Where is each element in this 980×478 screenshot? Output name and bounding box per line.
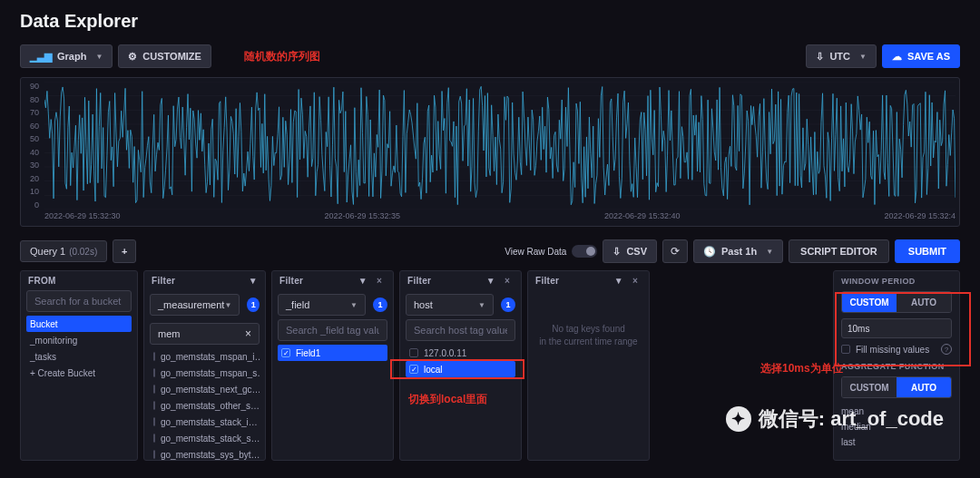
aggregate-item[interactable]: mean [841,404,952,419]
chevron-down-icon[interactable]: ▼ [614,276,623,286]
annotation-top: 随机数的序列图 [244,49,320,64]
fill-missing-row[interactable]: Fill missing values ? [841,344,952,355]
checkbox-icon[interactable] [841,345,850,354]
chart-area[interactable] [44,82,956,210]
x-tick: 2022-06-29 15:32:4 [884,211,956,224]
filter-panel-host: Filter ▼ × host ▼ 1 127.0.0.11✓local [399,270,522,461]
y-tick: 80 [24,95,39,104]
measurement-item[interactable]: go_memstats_stack_s… [150,430,260,446]
refresh-icon: ⟳ [671,245,680,258]
save-icon: ☁ [892,51,902,63]
customize-label: CUSTOMIZE [142,51,201,62]
measurement-item[interactable]: go_memstats_mspan_i… [150,348,260,365]
filter-header: Filter ▼ × [400,271,521,290]
filter-count-badge: 1 [247,298,260,312]
query-tab-label: Query 1 [30,246,65,257]
host-list: 127.0.0.11✓local [400,345,521,460]
x-tick: 2022-06-29 15:32:30 [44,211,121,224]
filter-panel-empty: Filter ▼ × No tag keys found in the curr… [527,270,650,461]
close-icon[interactable]: × [245,327,251,340]
info-icon[interactable]: ? [941,344,952,355]
gear-icon: ⚙ [128,51,137,63]
chevron-down-icon[interactable]: ▼ [358,276,368,286]
y-tick: 50 [24,134,39,143]
time-range-selector[interactable]: 🕓 Past 1h ▼ [693,239,783,263]
empty-tags-message: No tag keys found in the current time ra… [528,323,649,348]
filter-key-label: _measurement [158,299,224,310]
close-icon[interactable]: × [501,276,514,286]
top-toolbar: ▁▃▆ Graph ▼ ⚙ CUSTOMIZE 随机数的序列图 ⇩ UTC ▼ … [0,39,980,77]
view-raw-toggle[interactable] [572,245,597,258]
aggregate-item[interactable]: last [841,434,952,450]
y-tick: 90 [24,82,39,91]
bucket-item[interactable]: _monitoring [26,332,132,348]
close-icon[interactable]: × [629,276,642,286]
field-item[interactable]: ✓Field1 [278,345,387,361]
submit-button[interactable]: SUBMIT [895,239,960,263]
filter-panel-measurement: Filter ▼ _measurement ▼ 1 mem × go_memst… [143,270,266,461]
script-editor-button[interactable]: SCRIPT EDITOR [789,239,889,263]
add-query-button[interactable]: + [113,239,136,263]
bucket-item[interactable]: Bucket [26,316,132,332]
aggregate-list: meanmedianlast [841,404,952,450]
filter-value-input[interactable]: mem × [150,323,260,345]
measurement-item[interactable]: go_memstats_mspan_s… [150,365,260,381]
query-bar: Query 1 (0.02s) + View Raw Data ⇩ CSV ⟳ … [0,236,980,270]
aggregate-title: AGGREGATE FUNCTION [841,362,952,371]
measurement-item[interactable]: go_memstats_next_gc… [150,381,260,397]
measurement-item[interactable]: go_memstats_sys_byt… [150,446,260,460]
host-item[interactable]: 127.0.0.11 [406,345,515,361]
chart-panel: 90 80 70 60 50 40 30 20 10 0 2022-06-29 … [20,77,960,227]
agg-custom-button[interactable]: CUSTOM [842,377,897,397]
filter-panel-field: Filter ▼ × _field ▼ 1 ✓Field1 [271,270,394,461]
empty-line2: in the current time range [528,336,649,348]
window-period-mode: CUSTOM AUTO [841,291,952,313]
close-icon[interactable]: × [373,276,386,286]
window-auto-button[interactable]: AUTO [897,292,951,312]
chevron-down-icon[interactable]: ▼ [249,276,258,286]
save-as-button[interactable]: ☁ SAVE AS [882,44,960,68]
filter-header: Filter ▼ × [272,271,393,290]
window-period-title: WINDOW PERIOD [841,277,952,286]
measurement-item[interactable]: go_memstats_other_s… [150,397,260,414]
bucket-list: Bucket_monitoring_tasks+ Create Bucket [21,316,137,460]
agg-auto-button[interactable]: AUTO [897,377,951,397]
bucket-item[interactable]: + Create Bucket [26,365,132,381]
page-title: Data Explorer [0,0,980,39]
download-icon: ⇩ [612,246,621,258]
filter-key-selector[interactable]: _field ▼ [278,294,366,316]
host-item[interactable]: ✓local [406,361,515,377]
bucket-item[interactable]: _tasks [26,348,132,365]
customize-button[interactable]: ⚙ CUSTOMIZE [118,44,211,68]
download-icon: ⇩ [816,51,824,63]
y-tick: 30 [24,161,39,170]
filter-key-selector[interactable]: host ▼ [406,294,494,316]
y-tick: 10 [24,187,39,196]
window-custom-button[interactable]: CUSTOM [842,292,897,312]
y-tick: 20 [24,174,39,183]
chevron-down-icon: ▼ [350,301,358,309]
from-panel: FROM Bucket_monitoring_tasks+ Create Buc… [20,270,138,461]
y-tick: 70 [24,108,39,117]
empty-line1: No tag keys found [528,323,649,336]
measurement-item[interactable]: go_memstats_stack_i… [150,414,260,430]
measurement-list: go_memstats_mspan_i…go_memstats_mspan_s…… [144,348,265,460]
x-tick: 2022-06-29 15:32:40 [604,211,681,224]
query-tab[interactable]: Query 1 (0.02s) [20,240,107,262]
aggregate-item[interactable]: median [841,419,952,434]
filter-key-selector[interactable]: _measurement ▼ [150,294,240,316]
view-type-selector[interactable]: ▁▃▆ Graph ▼ [20,44,113,68]
csv-button[interactable]: ⇩ CSV [603,239,657,263]
field-search-input[interactable] [278,319,387,341]
refresh-button[interactable]: ⟳ [662,239,688,263]
clock-icon: 🕓 [703,246,716,258]
timezone-selector[interactable]: ⇩ UTC ▼ [806,44,877,68]
filter-key-label: _field [286,299,309,310]
chevron-down-icon[interactable]: ▼ [486,276,495,286]
host-search-input[interactable] [406,319,515,341]
window-period-input[interactable] [841,318,952,338]
bucket-search-input[interactable] [26,290,132,312]
query-tab-time: (0.02s) [69,247,97,257]
y-tick: 60 [24,122,39,131]
timezone-label: UTC [829,51,850,62]
